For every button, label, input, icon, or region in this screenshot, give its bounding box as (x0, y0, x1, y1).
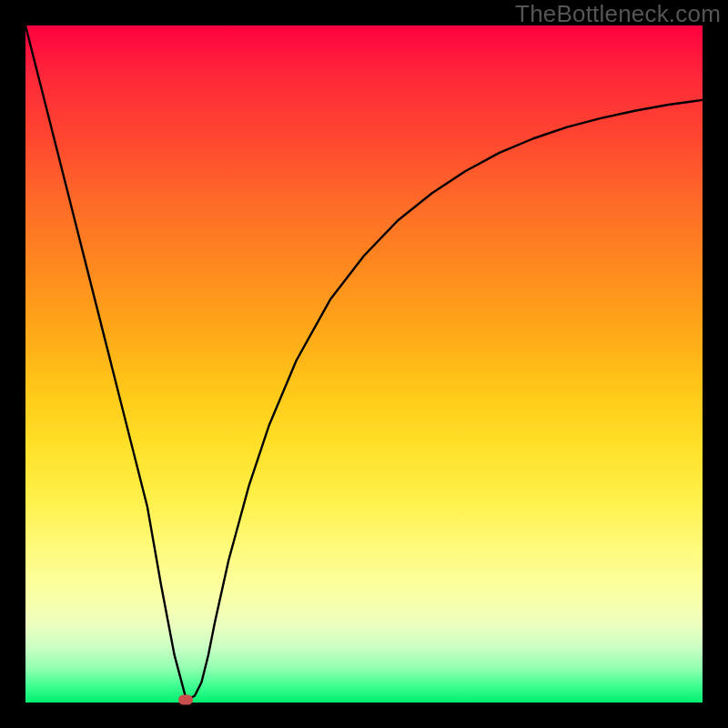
curve-layer (25, 25, 703, 703)
curve-minimum-marker (178, 695, 193, 705)
plot-area (25, 25, 703, 703)
bottleneck-curve (25, 25, 703, 699)
watermark-text: TheBottleneck.com (515, 0, 721, 28)
chart-frame: TheBottleneck.com (0, 0, 728, 728)
